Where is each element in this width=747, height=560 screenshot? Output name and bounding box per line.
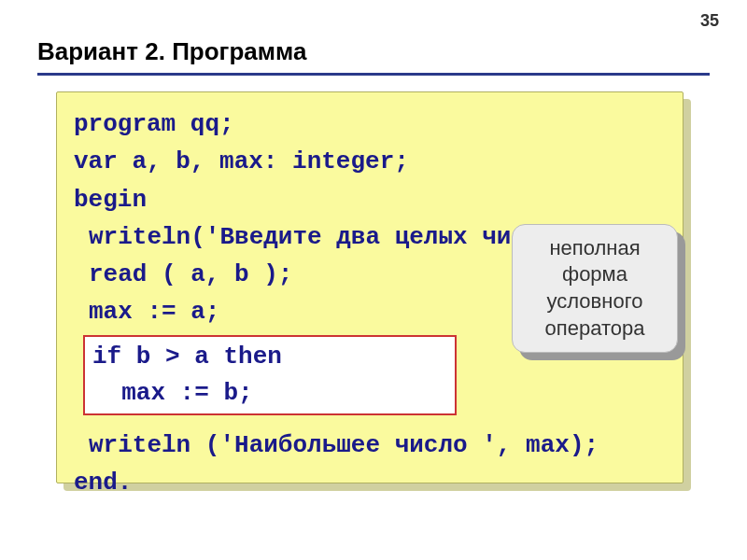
highlighted-code-box: if b > a then max := b; <box>83 335 457 415</box>
page-number: 35 <box>700 11 719 31</box>
code-line-3: begin <box>74 181 666 218</box>
code-line-10: end. <box>74 464 666 501</box>
slide-title: Вариант 2. Программа <box>37 37 306 66</box>
code-line-2: var a, b, max: integer; <box>74 143 666 180</box>
code-line-1: program qq; <box>74 105 666 143</box>
code-line-7: if b > a then <box>92 339 447 375</box>
code-line-8: max := b; <box>92 375 447 412</box>
code-line-9: writeln ('Наибольшее число ', max); <box>74 427 666 464</box>
callout-annotation: неполная форма условного оператора <box>512 224 678 353</box>
title-underline <box>37 73 710 76</box>
spacer <box>74 419 666 427</box>
